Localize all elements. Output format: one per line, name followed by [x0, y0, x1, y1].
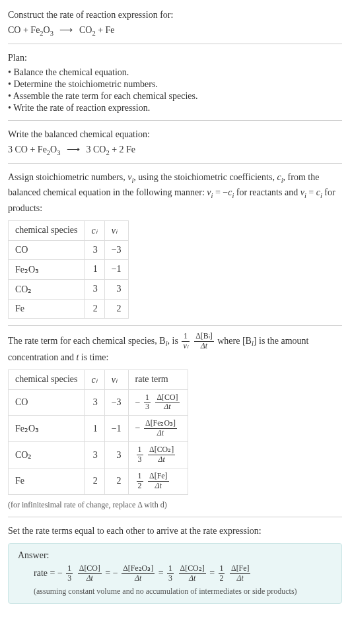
rate-expression: rate = − 13 Δ[CO]Δt = − Δ[Fe₂O₃]Δt = 13 …: [34, 565, 332, 583]
rate-cell: − 13 Δ[CO]Δt: [128, 389, 188, 416]
fraction: Δ[CO]Δt: [155, 394, 179, 412]
table-note: (for infinitesimal rate of change, repla…: [8, 500, 342, 510]
table-header: cᵢ: [85, 370, 104, 389]
table-row: Fe 2 2: [9, 299, 129, 318]
text: The rate term for each chemical species,…: [8, 335, 166, 345]
frac-den: Δt: [148, 455, 175, 464]
unbalanced-equation: CO + Fe2O3 ⟶ CO2 + Fe: [8, 24, 342, 37]
frac-num: Δ[CO₂]: [179, 565, 206, 574]
text: Assign stoichiometric numbers,: [8, 172, 127, 182]
frac-den: Δt: [230, 574, 250, 583]
fraction: 12: [219, 565, 225, 583]
frac-num: 1: [182, 333, 189, 342]
final-title: Set the rate terms equal to each other t…: [8, 524, 342, 538]
balanced-title: Write the balanced chemical equation:: [8, 127, 342, 141]
fraction: 13: [137, 446, 143, 464]
table-row: Fe 2 2 12 Δ[Fe]Δt: [9, 468, 188, 494]
frac-num: Δ[CO]: [78, 565, 102, 574]
nu-cell: 2: [104, 468, 128, 494]
nu-cell: 3: [104, 279, 128, 299]
plan-section: Plan: • Balance the chemical equation. •…: [8, 51, 342, 113]
species-cell: CO₂: [9, 279, 85, 299]
frac-num: Δ[Fe₂O₃]: [122, 565, 155, 574]
frac-num: 1: [66, 565, 73, 574]
frac-den: νᵢ: [182, 342, 189, 350]
plan-item: • Determine the stoichiometric numbers.: [8, 79, 342, 90]
stoich-table: chemical species cᵢ νᵢ CO 3 −3 Fe₂O₃ 1 −…: [8, 220, 129, 319]
equals: =: [158, 567, 166, 577]
c-cell: 2: [85, 468, 104, 494]
fraction: 13: [66, 565, 73, 583]
fraction: Δ[CO]Δt: [78, 565, 102, 583]
frac-num: 1: [137, 446, 143, 455]
c-cell: 3: [85, 279, 104, 299]
table-row: Fe₂O₃ 1 −1: [9, 259, 129, 279]
table-header: rate term: [128, 370, 188, 389]
table-row: CO₂ 3 3: [9, 279, 129, 299]
eq-text: 3 CO + Fe: [8, 145, 47, 154]
nu-cell: 3: [104, 442, 128, 468]
fraction: 13: [144, 394, 151, 412]
table-row: CO 3 −3: [9, 240, 129, 259]
table-header-row: chemical species cᵢ νᵢ rate term: [9, 370, 188, 389]
frac-num: Δ[Fe]: [230, 565, 250, 574]
frac-den: Δt: [155, 402, 179, 411]
species-cell: Fe₂O₃: [9, 416, 85, 442]
assign-text: Assign stoichiometric numbers, νi, using…: [8, 170, 342, 215]
eq-text: O: [50, 145, 57, 154]
c-cell: 1: [85, 259, 104, 279]
eq-text: 3 CO: [86, 145, 106, 154]
frac-num: Δ[Fe₂O₃]: [144, 420, 177, 429]
nu-cell: −3: [104, 389, 128, 416]
table-header: νᵢ: [104, 370, 128, 389]
answer-box: Answer: rate = − 13 Δ[CO]Δt = − Δ[Fe₂O₃]…: [8, 543, 342, 604]
divider: [8, 517, 342, 517]
c-cell: 1: [85, 416, 104, 442]
rate-text: rate = −: [34, 567, 63, 577]
fraction: Δ[Fe]Δt: [148, 472, 168, 490]
c-cell: 3: [85, 389, 104, 416]
table-header: chemical species: [9, 370, 85, 389]
text: for reactants and: [234, 187, 300, 197]
eq-text: CO: [79, 25, 92, 35]
eq-text: + Fe: [96, 25, 115, 35]
frac-den: 3: [167, 574, 174, 583]
plan-label: Plan:: [8, 51, 342, 65]
text: , using the stoichiometric coefficients,: [133, 172, 277, 182]
rate-cell: 12 Δ[Fe]Δt: [128, 468, 188, 494]
assign-section: Assign stoichiometric numbers, νi, using…: [8, 170, 342, 319]
eq-text: CO + Fe: [8, 25, 40, 35]
text: where [B: [217, 335, 252, 345]
frac-num: 1: [144, 394, 151, 403]
frac-den: Δt: [148, 482, 168, 490]
frac-num: 1: [219, 565, 225, 574]
frac-den: 2: [219, 574, 225, 583]
equals: = −: [105, 567, 118, 577]
fraction: 13: [167, 565, 174, 583]
table-header: νᵢ: [104, 220, 128, 240]
table-header: cᵢ: [85, 220, 104, 240]
plan-item: • Balance the chemical equation.: [8, 67, 342, 78]
table-row: CO 3 −3 − 13 Δ[CO]Δt: [9, 389, 188, 416]
text: =: [306, 187, 316, 197]
balanced-section: Write the balanced chemical equation: 3 …: [8, 127, 342, 156]
prompt-section: Construct the rate of reaction expressio…: [8, 8, 342, 37]
minus: −: [135, 423, 141, 433]
fraction: Δ[Fe₂O₃]Δt: [144, 420, 177, 437]
rate-table: chemical species cᵢ νᵢ rate term CO 3 −3…: [8, 370, 188, 495]
plan-list: • Balance the chemical equation. • Deter…: [8, 67, 342, 113]
fraction: Δ[Fe]Δt: [230, 565, 250, 583]
species-cell: Fe₂O₃: [9, 259, 85, 279]
frac-den: Δt: [78, 574, 102, 583]
fraction: 1νᵢ: [182, 333, 189, 350]
table-row: CO₂ 3 3 13 Δ[CO₂]Δt: [9, 442, 188, 468]
plan-item: • Write the rate of reaction expression.: [8, 103, 342, 113]
fraction: Δ[CO₂]Δt: [148, 446, 175, 464]
eq-text: + 2 Fe: [110, 145, 135, 154]
text: , is: [168, 335, 181, 345]
fraction: 12: [137, 472, 143, 490]
nu-cell: −1: [104, 259, 128, 279]
species-cell: Fe: [9, 299, 85, 318]
rate-cell: − Δ[Fe₂O₃]Δt: [128, 416, 188, 442]
plan-item: • Assemble the rate term for each chemic…: [8, 91, 342, 102]
